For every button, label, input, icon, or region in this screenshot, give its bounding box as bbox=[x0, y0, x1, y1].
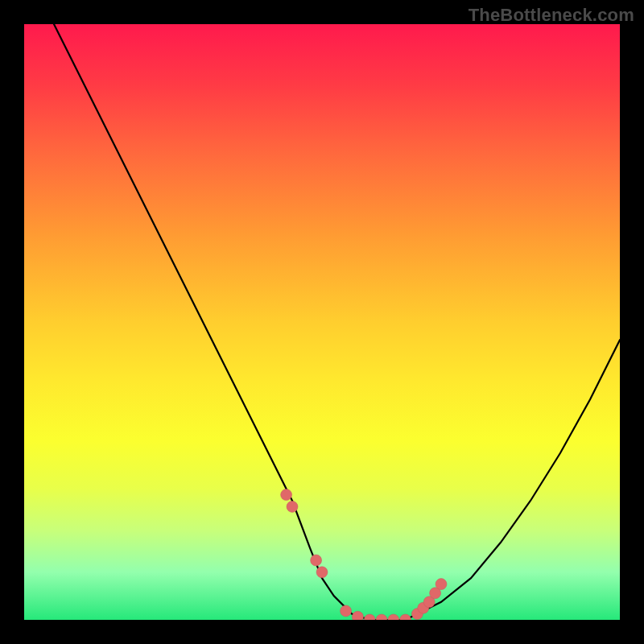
chart-svg bbox=[24, 24, 620, 620]
marker-point bbox=[341, 605, 352, 617]
marker-point bbox=[287, 501, 298, 512]
marker-point bbox=[400, 614, 411, 620]
marker-point bbox=[388, 614, 399, 620]
marker-point bbox=[316, 567, 328, 578]
watermark-text: TheBottleneck.com bbox=[469, 5, 634, 26]
highlighted-points bbox=[281, 489, 447, 620]
marker-point bbox=[376, 614, 387, 620]
marker-point bbox=[364, 614, 375, 620]
marker-point bbox=[436, 579, 447, 590]
bottleneck-curve bbox=[54, 24, 620, 620]
marker-point bbox=[281, 489, 292, 501]
marker-point bbox=[311, 555, 322, 566]
marker-point bbox=[352, 611, 363, 620]
